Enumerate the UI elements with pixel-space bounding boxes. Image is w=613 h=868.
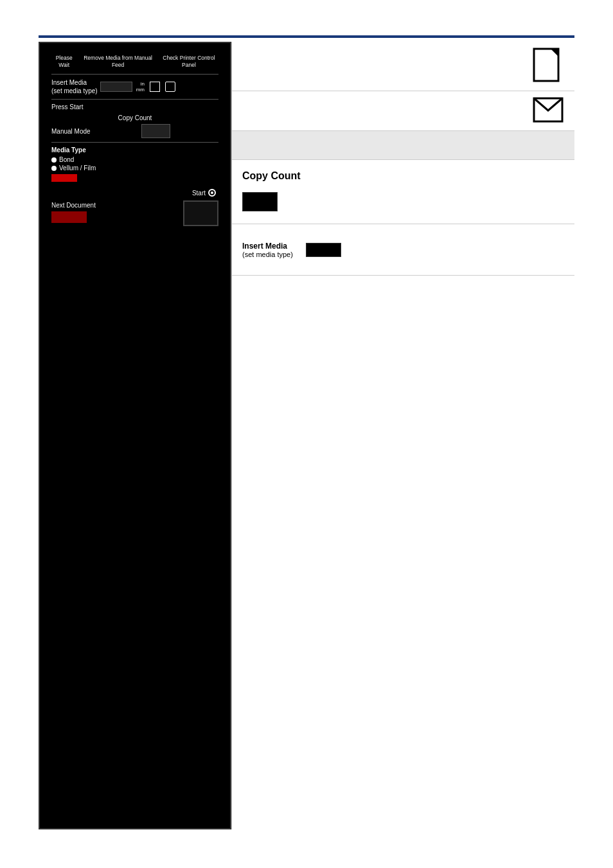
right-row-1 (232, 42, 574, 91)
paper-svg (532, 47, 564, 85)
unit-labels: in mm (136, 81, 145, 93)
check-printer-msg: Check Printer Control Panel (159, 55, 218, 69)
insert-media-row: Insert Media (set media type) in mm (51, 78, 218, 95)
main-content: Please Wait Remove Media from Manual Fee… (39, 42, 574, 829)
copy-count-row-left: Copy Count (51, 114, 218, 121)
right-insert-media-row: Insert Media (set media type) (232, 224, 574, 276)
media-type-label: Media Type (51, 146, 218, 154)
separator-3 (51, 142, 218, 143)
next-document-row: Next Document (51, 200, 218, 226)
next-document-label: Next Document (51, 202, 96, 209)
left-panel-inner: Please Wait Remove Media from Manual Fee… (46, 49, 224, 231)
envelope-icon (532, 96, 564, 125)
right-row-2 (232, 91, 574, 131)
please-wait-msg: Please Wait (51, 55, 76, 69)
right-copy-count-row: Copy Count (232, 160, 574, 224)
separator-2 (51, 99, 218, 100)
insert-media-input-right[interactable] (306, 243, 341, 257)
next-doc-button-1[interactable] (51, 211, 87, 223)
start-label: Start (192, 190, 206, 197)
color-bar-row (51, 174, 218, 184)
left-panel: Please Wait Remove Media from Manual Fee… (39, 42, 231, 829)
separator-1 (51, 74, 218, 75)
media-type-vellum: Vellum / Film (51, 164, 218, 172)
paper-icon-large (532, 47, 564, 85)
envelope-svg (532, 96, 564, 123)
copy-count-heading: Copy Count (242, 170, 301, 182)
start-icon[interactable] (208, 189, 216, 197)
svg-rect-0 (534, 49, 558, 81)
radio-bond (51, 157, 57, 163)
media-icon-1[interactable] (150, 82, 160, 92)
next-doc-button-2[interactable] (183, 200, 218, 226)
radio-vellum (51, 166, 57, 171)
top-bar (39, 35, 574, 38)
media-type-section: Media Type Bond Vellum / Film (51, 146, 218, 184)
insert-media-input[interactable] (100, 82, 132, 92)
copy-count-label-left: Copy Count (51, 114, 218, 121)
media-type-bond: Bond (51, 156, 218, 163)
copy-count-input-right[interactable] (242, 192, 278, 211)
right-panel: Copy Count Insert Media (set media type) (231, 42, 574, 829)
color-bar-red (51, 174, 77, 182)
press-start-row: Press Start (51, 103, 218, 111)
press-start-label: Press Start (51, 103, 218, 111)
start-row: Start (51, 189, 218, 197)
page-container: Please Wait Remove Media from Manual Fee… (0, 0, 613, 868)
status-messages-row: Please Wait Remove Media from Manual Fee… (51, 55, 218, 69)
next-document-section: Next Document (51, 202, 96, 225)
remove-media-msg: Remove Media from Manual Feed (82, 55, 154, 69)
insert-media-label: Insert Media (set media type) (51, 78, 98, 95)
manual-mode-label: Manual Mode (51, 128, 91, 135)
media-icon-2[interactable] (165, 82, 175, 92)
copy-count-input-left[interactable] (141, 124, 170, 138)
right-row-3 (232, 131, 574, 160)
manual-mode-row: Manual Mode (51, 124, 218, 138)
insert-media-right-label: Insert Media (set media type) (242, 242, 293, 258)
